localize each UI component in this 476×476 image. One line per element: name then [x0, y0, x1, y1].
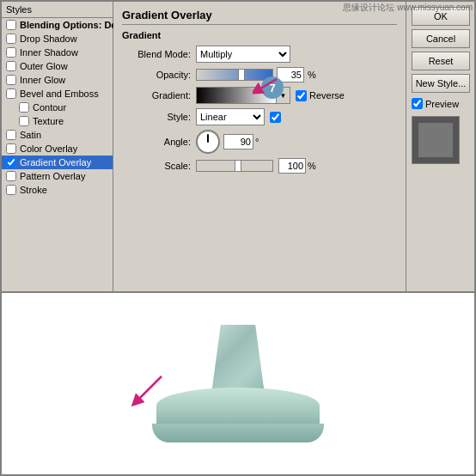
style-item-label: Contour	[33, 102, 66, 113]
style-item-label: Inner Shadow	[20, 47, 78, 58]
dialog-panel: Styles Blending Options: Default Drop Sh…	[0, 0, 476, 292]
angle-needle	[207, 134, 209, 143]
scale-slider-thumb[interactable]	[235, 160, 241, 172]
angle-input[interactable]	[223, 134, 253, 150]
reverse-label: Reverse	[309, 90, 345, 101]
style-item-drop-shadow[interactable]: Drop Shadow	[2, 32, 113, 46]
contour-checkbox[interactable]	[19, 102, 29, 113]
cancel-button[interactable]: Cancel	[412, 29, 470, 48]
right-buttons-panel: OK Cancel Reset New Style... Preview	[406, 2, 474, 291]
style-item-pattern-overlay[interactable]: Pattern Overlay	[2, 169, 113, 183]
stroke-checkbox[interactable]	[6, 185, 16, 195]
styles-panel-title: Styles	[2, 2, 113, 18]
style-item-satin[interactable]: Satin	[2, 128, 113, 142]
gradient-label: Gradient:	[122, 90, 191, 101]
pink-arrow-icon	[253, 76, 278, 96]
style-item-inner-shadow[interactable]: Inner Shadow	[2, 46, 113, 59]
opacity-label: Opacity:	[122, 70, 191, 80]
angle-row: Angle: °	[122, 130, 397, 154]
angle-dial[interactable]	[196, 130, 220, 154]
align-checkbox[interactable]	[270, 112, 281, 123]
style-item-bevel-emboss[interactable]: Bevel and Emboss	[2, 87, 113, 101]
preview-check-container: Preview	[412, 98, 469, 109]
blending-checkbox[interactable]	[6, 20, 16, 30]
style-item-label: Inner Glow	[20, 75, 65, 85]
style-row: Style: Linear	[122, 108, 397, 125]
preview-checkbox[interactable]	[412, 98, 423, 109]
style-item-label: Drop Shadow	[20, 34, 77, 44]
reverse-checkbox[interactable]	[296, 90, 307, 101]
preview-inner	[418, 123, 453, 157]
bottom-panel	[0, 292, 476, 476]
outer-glow-checkbox[interactable]	[6, 61, 16, 71]
stand-neck	[207, 325, 269, 389]
scale-label: Scale:	[122, 161, 191, 171]
main-container: 思缘设计论坛 www.missyuan.com Styles Blending …	[0, 0, 476, 476]
align-check-container	[270, 112, 281, 123]
style-item-label: Stroke	[20, 185, 47, 195]
style-select[interactable]: Linear	[196, 108, 265, 125]
satin-checkbox[interactable]	[6, 130, 16, 140]
style-item-label: Outer Glow	[20, 61, 68, 71]
svg-line-0	[256, 79, 277, 91]
styles-panel: Styles Blending Options: Default Drop Sh…	[2, 2, 113, 291]
style-item-stroke[interactable]: Stroke	[2, 183, 113, 197]
style-item-label: Pattern Overlay	[20, 171, 85, 181]
scale-slider-track[interactable]	[196, 160, 273, 172]
watermark: 思缘设计论坛 www.missyuan.com	[343, 2, 473, 14]
style-item-label: Bevel and Emboss	[20, 88, 99, 99]
scale-input[interactable]	[278, 158, 306, 174]
style-label: Style:	[122, 112, 191, 122]
scale-percent: %	[308, 161, 316, 171]
reset-button[interactable]: Reset	[412, 52, 470, 70]
gradient-sub-title: Gradient	[122, 30, 397, 40]
style-item-texture[interactable]: Texture	[2, 114, 113, 128]
angle-label: Angle:	[122, 137, 191, 147]
opacity-percent: %	[308, 70, 316, 80]
preview-box	[412, 116, 460, 164]
style-item-label: Gradient Overlay	[20, 157, 91, 168]
inner-glow-checkbox[interactable]	[6, 75, 16, 85]
gradient-overlay-checkbox[interactable]	[6, 157, 16, 168]
color-overlay-checkbox[interactable]	[6, 143, 16, 154]
blend-mode-select[interactable]: Multiply	[196, 46, 290, 63]
style-item-contour[interactable]: Contour	[2, 101, 113, 114]
style-item-label: Texture	[33, 116, 64, 126]
style-item-blending[interactable]: Blending Options: Default	[2, 18, 113, 32]
blend-mode-label: Blend Mode:	[122, 49, 191, 59]
drop-shadow-checkbox[interactable]	[6, 34, 16, 44]
bevel-emboss-checkbox[interactable]	[6, 88, 16, 99]
scale-row: Scale: %	[122, 158, 397, 174]
style-item-label: Satin	[20, 130, 41, 140]
monitor-stand	[152, 325, 324, 442]
degree-symbol: °	[255, 137, 259, 147]
style-item-outer-glow[interactable]: Outer Glow	[2, 59, 113, 73]
preview-label: Preview	[425, 99, 459, 109]
opacity-slider-thumb[interactable]	[238, 69, 245, 81]
pattern-overlay-checkbox[interactable]	[6, 171, 16, 181]
inner-shadow-checkbox[interactable]	[6, 47, 16, 58]
style-item-gradient-overlay[interactable]: Gradient Overlay	[2, 156, 113, 169]
new-style-button[interactable]: New Style...	[412, 74, 470, 93]
reverse-check-container: Reverse	[296, 90, 345, 101]
bottom-pink-arrow-icon	[129, 375, 163, 409]
stand-base-top	[156, 388, 320, 424]
stand-base-bottom	[152, 424, 324, 442]
style-item-color-overlay[interactable]: Color Overlay	[2, 142, 113, 156]
options-panel: Gradient Overlay Gradient Blend Mode: Mu…	[113, 2, 406, 291]
blend-mode-row: Blend Mode: Multiply	[122, 46, 397, 63]
style-item-inner-glow[interactable]: Inner Glow	[2, 73, 113, 87]
style-item-label: Color Overlay	[20, 143, 77, 154]
svg-line-1	[136, 376, 162, 402]
texture-checkbox[interactable]	[19, 116, 29, 126]
